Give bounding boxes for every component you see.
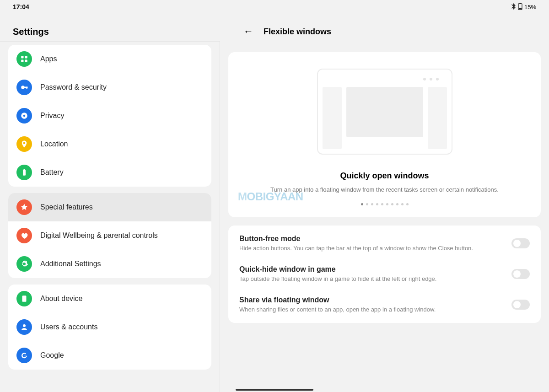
status-right: 15% (511, 3, 536, 11)
toggle-switch-quick-hide[interactable] (511, 269, 530, 279)
toggle-title: Quick-hide window in game (239, 265, 504, 274)
carousel-card: Quickly open windows Turn an app into a … (228, 52, 541, 217)
window-dots-icon (423, 78, 439, 81)
page-dot[interactable] (401, 203, 404, 205)
special-features-icon (16, 199, 32, 215)
page-dot[interactable] (381, 203, 383, 205)
apps-icon (16, 51, 32, 67)
svg-point-11 (23, 115, 26, 117)
battery-icon (16, 165, 32, 180)
page-dot[interactable] (366, 203, 368, 205)
additional-settings-icon (16, 256, 32, 272)
sidebar-item-label: Google (40, 351, 64, 360)
page-dot[interactable] (406, 203, 409, 205)
toggle-row-quick-hide: Quick-hide window in gameTap outside the… (239, 259, 530, 290)
sidebar-item-label: Battery (40, 168, 64, 177)
toggle-desc: Tap outside the floating window in a gam… (239, 275, 504, 283)
svg-rect-4 (25, 56, 27, 58)
svg-point-15 (23, 324, 26, 327)
sidebar-item-label: Privacy (40, 112, 64, 120)
toggle-row-share-floating: Share via floating windowWhen sharing fi… (239, 290, 530, 320)
page-dot[interactable] (361, 203, 363, 205)
page-dot[interactable] (386, 203, 388, 205)
location-icon (16, 136, 32, 152)
sidebar-item-label: Apps (40, 55, 57, 63)
toggles-card: Button-free modeHide action buttons. You… (228, 226, 541, 323)
toggle-switch-share-floating[interactable] (511, 300, 530, 310)
page-dot[interactable] (371, 203, 373, 205)
sidebar-item-google[interactable]: Google (8, 341, 211, 370)
nav-handle[interactable] (236, 389, 313, 391)
page-title: Flexible windows (264, 27, 331, 37)
settings-title: Settings (13, 27, 49, 37)
password-security-icon (16, 80, 32, 95)
back-arrow-icon[interactable]: ← (243, 26, 253, 38)
svg-rect-13 (24, 169, 25, 170)
svg-rect-9 (27, 87, 27, 89)
sidebar-item-additional-settings[interactable]: Additional Settings (8, 250, 211, 278)
detail-pane: Quickly open windows Turn an app into a … (220, 41, 549, 392)
sidebar-group: Special featuresDigital Wellbeing & pare… (8, 193, 211, 278)
svg-rect-12 (23, 170, 26, 176)
google-icon (16, 348, 32, 363)
sidebar-group: AppsPassword & securityPrivacyLocationBa… (8, 45, 211, 187)
sidebar-item-apps[interactable]: Apps (8, 45, 211, 73)
users-accounts-icon (16, 319, 32, 335)
toggle-desc: Hide action buttons. You can tap the bar… (239, 245, 504, 252)
svg-rect-3 (21, 56, 23, 58)
sidebar-item-privacy[interactable]: Privacy (8, 102, 211, 130)
carousel-desc: Turn an app into a floating window from … (239, 186, 530, 193)
toggle-title: Button-free mode (239, 235, 504, 243)
sidebar-item-label: Additional Settings (40, 260, 101, 268)
sidebar-item-label: Digital Wellbeing & parental controls (40, 231, 158, 240)
carousel-illustration (317, 69, 452, 155)
toggle-row-button-free-mode: Button-free modeHide action buttons. You… (239, 228, 530, 259)
sidebar-item-label: Users & accounts (40, 323, 97, 331)
sidebar-item-digital-wellbeing[interactable]: Digital Wellbeing & parental controls (8, 221, 211, 250)
sidebar-item-special-features[interactable]: Special features (8, 193, 211, 221)
svg-rect-14 (22, 295, 27, 302)
digital-wellbeing-icon (16, 228, 32, 243)
sidebar-group: About deviceUsers & accountsGoogle (8, 285, 211, 370)
sidebar-item-label: Special features (40, 203, 93, 211)
sidebar-item-users-accounts[interactable]: Users & accounts (8, 313, 211, 341)
toggle-switch-button-free-mode[interactable] (511, 238, 530, 248)
about-device-icon (16, 291, 32, 306)
sidebar: AppsPassword & securityPrivacyLocationBa… (0, 41, 220, 392)
sidebar-item-about-device[interactable]: About device (8, 285, 211, 313)
svg-rect-5 (21, 60, 23, 62)
page-dot[interactable] (396, 203, 398, 205)
battery-percent: 15% (524, 4, 536, 11)
sidebar-item-label: About device (40, 295, 83, 303)
svg-rect-2 (519, 8, 522, 9)
toggle-desc: When sharing files or content to an app,… (239, 306, 504, 314)
sidebar-item-label: Location (40, 140, 68, 148)
privacy-icon (16, 108, 32, 124)
sidebar-item-password-security[interactable]: Password & security (8, 73, 211, 102)
status-bar: 17:04 15% (0, 0, 549, 14)
toggle-title: Share via floating window (239, 296, 504, 304)
page-dot[interactable] (391, 203, 393, 205)
svg-rect-6 (25, 60, 27, 62)
svg-point-7 (21, 86, 25, 89)
carousel-pagination[interactable] (239, 203, 530, 205)
battery-icon (518, 3, 522, 11)
sidebar-item-location[interactable]: Location (8, 130, 211, 158)
status-time: 17:04 (13, 3, 29, 11)
sidebar-item-battery[interactable]: Battery (8, 158, 211, 187)
sidebar-item-label: Password & security (40, 83, 107, 91)
bluetooth-icon (511, 3, 516, 11)
svg-rect-1 (519, 3, 521, 4)
page-dot[interactable] (376, 203, 378, 205)
carousel-title: Quickly open windows (239, 171, 530, 181)
